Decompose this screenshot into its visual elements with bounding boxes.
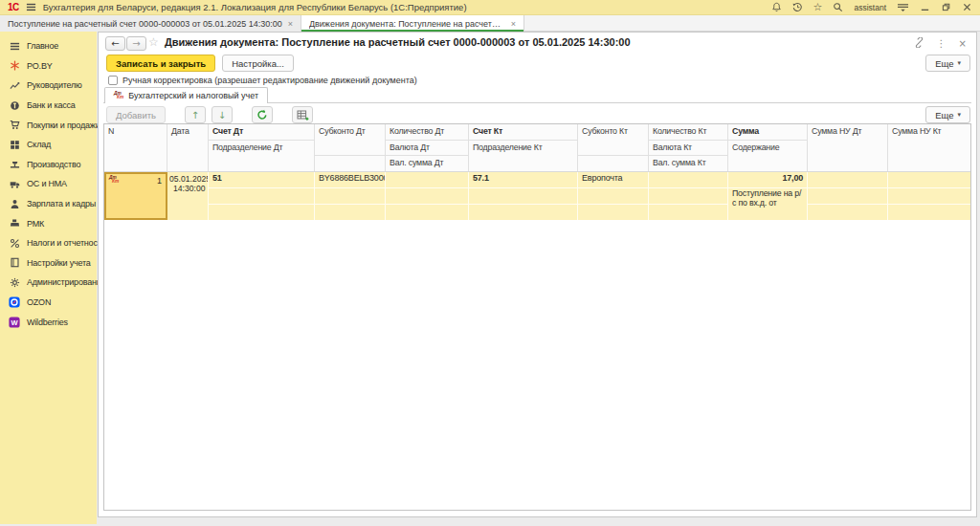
col-header-quantity-kt[interactable]: Количество Кт [649, 124, 728, 141]
table-settings-button[interactable] [292, 106, 313, 123]
tab-document-movements[interactable]: Движения документа: Поступление на расче… [301, 15, 524, 32]
more-vert-icon[interactable]: ⋮ [937, 39, 947, 49]
favorites-button[interactable]: ☆ [813, 3, 823, 12]
col-header-content[interactable]: Содержание [728, 141, 808, 171]
empty-cell[interactable] [808, 188, 888, 205]
sidebar-item-administration[interactable]: Администрирование [0, 273, 97, 293]
col-header-date[interactable]: Дата [167, 124, 209, 171]
tab-close-icon[interactable]: × [288, 19, 293, 29]
empty-cell[interactable] [315, 188, 386, 205]
service-menu-button[interactable] [897, 2, 909, 12]
empty-cell[interactable] [209, 188, 315, 205]
search-button[interactable] [833, 2, 843, 12]
cur-amount-kt-cell[interactable] [649, 205, 728, 220]
add-row-button[interactable]: Добавить [106, 106, 166, 123]
book-icon [9, 257, 20, 269]
empty-cell[interactable] [888, 205, 970, 220]
amount-nu-kt-cell[interactable] [888, 172, 970, 188]
cur-amount-dt-cell[interactable] [386, 205, 469, 220]
sidebar-item-main[interactable]: Главное [0, 36, 97, 56]
empty-cell[interactable] [469, 188, 578, 205]
col-header-amount[interactable]: Сумма [728, 124, 808, 141]
quantity-dt-cell[interactable] [386, 172, 469, 188]
1c-logo: 1С [8, 2, 19, 12]
subconto-kt-cell[interactable]: Европочта [578, 172, 649, 188]
back-button[interactable]: ← [105, 36, 125, 51]
sidebar-item-taxes-reports[interactable]: Налоги и отчетность [0, 233, 97, 253]
sidebar-item-label: OZON [27, 297, 51, 307]
empty-cell[interactable] [578, 188, 649, 205]
col-header-cur-amount-dt[interactable]: Вал. сумма Дт [386, 156, 469, 171]
col-header-currency-dt[interactable]: Валюта Дт [386, 141, 469, 157]
notifications-button[interactable] [771, 2, 782, 12]
col-header-account-kt[interactable]: Счет Кт [469, 124, 578, 141]
content-cell[interactable]: Поступление на р/с по вх.д. от [728, 188, 808, 220]
col-header-account-dt[interactable]: Счет Дт [209, 124, 315, 141]
main-menu-button[interactable] [26, 0, 36, 16]
close-window-button[interactable] [962, 2, 972, 12]
more-label: Еще [935, 110, 953, 121]
more-button-top[interactable]: Еще ▾ [925, 55, 970, 72]
col-header-subconto-kt[interactable]: Субконто Кт [578, 124, 649, 156]
sidebar-item-ozon[interactable]: OZON [0, 293, 97, 313]
col-header-amount-nu-dt[interactable]: Сумма НУ Дт [808, 124, 888, 171]
move-down-button[interactable]: ↓ [212, 106, 233, 123]
favorite-star-icon[interactable]: ☆ [148, 35, 159, 49]
tab-accounting-tax[interactable]: ДтКт Бухгалтерский и налоговый учет [104, 87, 268, 103]
currency-dt-cell[interactable] [386, 188, 469, 205]
col-header-subconto-dt[interactable]: Субконто Дт [315, 124, 386, 156]
sidebar-item-rmk[interactable]: РМК [0, 213, 97, 233]
col-header-n[interactable]: N [104, 124, 167, 171]
history-button[interactable] [792, 2, 803, 12]
amount-cell[interactable]: 17,00 [728, 172, 808, 188]
save-and-close-button[interactable]: Записать и закрыть [106, 55, 215, 72]
minimize-button[interactable] [920, 2, 930, 12]
restore-button[interactable] [941, 2, 951, 12]
sidebar-item-warehouse[interactable]: Склад [0, 135, 97, 155]
col-header-quantity-dt[interactable]: Количество Дт [386, 124, 469, 141]
empty-cell[interactable] [578, 205, 649, 220]
forward-button[interactable]: → [126, 36, 146, 51]
empty-cell[interactable] [469, 205, 578, 220]
sidebar-item-bank-cash[interactable]: Банк и касса [0, 96, 97, 116]
col-header-subdivision-kt[interactable]: Подразделение Кт [469, 141, 578, 171]
sidebar-item-manager[interactable]: Руководителю [0, 76, 97, 96]
settings-button[interactable]: Настройка... [222, 55, 294, 72]
row-number-cell[interactable]: ДтКт 1 [104, 172, 167, 220]
sidebar-item-label: PO.BY [27, 61, 53, 71]
date-cell[interactable]: 05.01.2025 14:30:00 [167, 172, 209, 220]
account-kt-cell[interactable]: 57.1 [469, 172, 578, 188]
col-header-amount-nu-kt[interactable]: Сумма НУ Кт [888, 124, 970, 171]
manual-adjustment-checkbox[interactable] [108, 76, 118, 85]
empty-cell[interactable] [808, 205, 888, 220]
sidebar-item-accounting-settings[interactable]: Настройки учета [0, 253, 97, 274]
refresh-button[interactable] [252, 106, 273, 123]
col-header-subdivision-dt[interactable]: Подразделение Дт [209, 141, 315, 171]
sidebar-item-wildberries[interactable]: W Wildberries [0, 312, 97, 332]
sidebar-item-purchases-sales[interactable]: Покупки и продажи [0, 115, 97, 135]
close-form-button[interactable]: × [959, 39, 967, 49]
sidebar-item-production[interactable]: Производство [0, 155, 97, 175]
empty-cell[interactable] [315, 205, 386, 220]
sidebar-item-fixed-assets[interactable]: ОС и НМА [0, 174, 97, 194]
currency-kt-cell[interactable] [649, 188, 728, 205]
sidebar-item-salary-hr[interactable]: Зарплата и кадры [0, 194, 97, 214]
get-link-button[interactable] [914, 37, 924, 50]
subconto-dt-cell[interactable]: BY6886BELB3000... [315, 172, 386, 188]
sidebar-item-poby[interactable]: PO.BY [0, 56, 97, 77]
time-value: 14:30:00 [169, 184, 208, 193]
move-up-button[interactable]: ↑ [185, 106, 206, 123]
refresh-icon [256, 109, 268, 121]
window-tabbar: Поступление на расчетный счет 0000-00000… [0, 15, 980, 32]
col-header-currency-kt[interactable]: Валюта Кт [649, 141, 728, 157]
more-button-toolbar[interactable]: Еще ▾ [925, 106, 970, 123]
tab-close-icon[interactable]: × [511, 19, 516, 29]
empty-cell[interactable] [888, 188, 970, 205]
col-header-cur-amount-kt[interactable]: Вал. сумма Кт [649, 156, 728, 171]
account-dt-cell[interactable]: 51 [209, 172, 315, 188]
empty-cell[interactable] [209, 205, 315, 220]
tab-document[interactable]: Поступление на расчетный счет 0000-00000… [0, 15, 301, 32]
table-row[interactable]: ДтКт 1 05.01.2025 14:30:00 51 BY6886BELB… [104, 172, 970, 220]
quantity-kt-cell[interactable] [649, 172, 728, 188]
amount-nu-dt-cell[interactable] [808, 172, 888, 188]
